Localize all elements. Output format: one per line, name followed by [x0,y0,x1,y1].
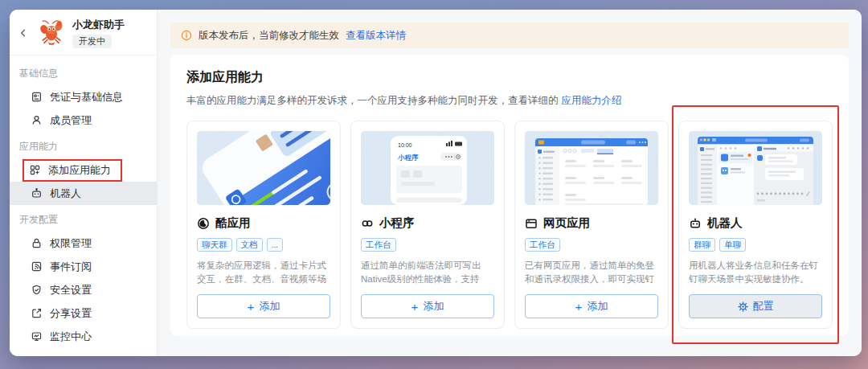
tag-more: ... [267,238,284,252]
card-description: 将复杂的应用逻辑，通过卡片式交互，在群、文档、音视频等场域浅透出给成员快... [197,259,330,286]
sidebar-section-label: 开发配置 [10,205,157,232]
card-description: 通过简单的前端语法即可写出Native级别的性能体验，支持iOS和Android… [361,259,494,286]
sidebar-item-label: 成员管理 [50,113,92,128]
sidebar-item-event-subscription[interactable]: 事件订阅 [10,255,157,278]
mini-program-illustration: 10:00 小程序 [361,131,494,205]
mock-page-title: 小程序 [397,154,419,162]
card-description: 已有网页应用，通过简单的免登和通讯录权限接入，即可实现钉钉工作台快捷使用。 [525,259,658,286]
plus-icon: + [575,301,583,313]
tag-row: 群聊 单聊 [689,238,822,252]
sidebar-section-label: 应用发布 [10,348,157,356]
mock-status-time: 10:00 [398,142,412,148]
sidebar-item-share-settings[interactable]: 分享设置 [10,301,157,325]
sidebar: 小龙虾助手 开发中 基础信息凭证与基础信息成员管理应用能力添加应用能力机器人开发… [10,10,158,356]
add-capability-icon [29,164,41,176]
sidebar-item-add-capability[interactable]: 添加应用能力 [10,158,157,182]
monitor-icon [31,330,43,342]
sidebar-item-credentials[interactable]: 凭证与基础信息 [10,85,157,109]
button-label: 添加 [259,299,280,314]
gear-icon [738,301,748,312]
app-meta: 小龙虾助手 开发中 [72,18,125,48]
tag-row: 工作台 [525,238,658,252]
mini-program-mockup: 10:00 小程序 [361,131,494,205]
app-name: 小龙虾助手 [72,18,125,32]
sidebar-nav: 基础信息凭证与基础信息成员管理应用能力添加应用能力机器人开发配置权限管理事件订阅… [10,55,157,356]
main-area: 版本发布后，当前修改才能生效 查看版本详情 添加应用能力 丰富的应用能力满足多样… [158,10,862,356]
version-notice-banner: 版本发布后，当前修改才能生效 查看版本详情 [170,23,849,48]
card-title: 机器人 [707,215,743,231]
sidebar-section-label: 基础信息 [10,59,157,85]
web-app-icon [525,217,538,230]
sidebar-item-label: 机器人 [50,187,81,201]
sidebar-item-label: 安全设置 [50,283,92,297]
card-description: 用机器人将业务信息和任务在钉钉聊天场景中实现敏捷协作。 [689,259,822,286]
sidebar-item-monitor-center[interactable]: 监控中心 [10,325,157,348]
sidebar-item-permissions[interactable]: 权限管理 [10,232,157,255]
lock-icon [31,237,43,249]
robot-icon [31,187,43,199]
app-status-badge: 开发中 [72,35,112,48]
mini-program-icon [361,217,374,230]
capability-card-mini-program: 10:00 小程序 [350,121,505,329]
sidebar-item-members[interactable]: 成员管理 [10,109,157,132]
sidebar-item-label: 分享设置 [50,306,92,321]
sidebar-section-label: 应用能力 [10,132,157,158]
tag-workbench: 工作台 [525,238,560,252]
banner-text: 版本发布后，当前修改才能生效 [199,29,339,43]
add-web-app-button[interactable]: + 添加 [525,294,658,318]
capability-intro-link[interactable]: 应用能力介绍 [562,95,622,106]
page-subtitle-text: 丰富的应用能力满足多样的开发诉求，一个应用支持多种能力同时开发，查看详细的 [186,95,559,106]
web-app-mockup [525,131,658,205]
sidebar-item-robot[interactable]: 机器人 [10,182,157,205]
button-label: 配置 [753,299,774,314]
cool-app-illustration [197,131,330,205]
plus-icon: + [248,301,255,313]
capability-card-cool-app: 酷应用 聊天群 文档 ... 将复杂的应用逻辑，通过卡片式交互，在群、文档、音视… [186,121,341,329]
info-icon [181,30,192,41]
sidebar-header: 小龙虾助手 开发中 [10,10,157,55]
back-chevron-icon[interactable] [16,26,31,40]
tag-group-chat: 群聊 [689,238,715,252]
sidebar-item-label: 监控中心 [50,330,92,344]
app-window: 小龙虾助手 开发中 基础信息凭证与基础信息成员管理应用能力添加应用能力机器人开发… [10,10,862,356]
capability-card-web-app: 网页应用 工作台 已有网页应用，通过简单的免登和通讯录权限接入，即可实现钉钉工作… [514,121,669,329]
cool-app-mockup [197,131,330,205]
web-app-illustration [525,131,658,205]
sidebar-item-label: 凭证与基础信息 [50,90,123,105]
tag-document: 文档 [236,238,263,252]
page-subtitle: 丰富的应用能力满足多样的开发诉求，一个应用支持多种能力同时开发，查看详细的应用能… [186,94,833,108]
robot-mockup [689,131,822,205]
cool-app-icon [197,217,210,230]
content-panel: 添加应用能力 丰富的应用能力满足多样的开发诉求，一个应用支持多种能力同时开发，查… [170,55,849,336]
robot-icon [689,217,702,230]
card-title: 酷应用 [215,215,251,231]
view-version-link[interactable]: 查看版本详情 [346,29,406,43]
page-title: 添加应用能力 [186,69,833,86]
tag-row: 聊天群 文档 ... [197,238,330,252]
add-mini-program-button[interactable]: + 添加 [361,294,494,318]
configure-robot-button[interactable]: 配置 [689,294,822,318]
tag-chat-group: 聊天群 [197,238,232,252]
sidebar-item-security-settings[interactable]: 安全设置 [10,278,157,301]
plus-icon: + [411,301,419,313]
tag-workbench: 工作台 [361,238,396,252]
card-title: 小程序 [379,215,415,231]
sidebar-item-label: 事件订阅 [50,260,92,274]
app-logo-crayfish [36,18,67,48]
robot-illustration [689,131,822,205]
members-icon [31,114,43,126]
add-cool-app-button[interactable]: + 添加 [197,294,330,318]
subscribe-icon [31,260,43,273]
sidebar-item-label: 添加应用能力 [48,163,111,178]
share-icon [31,307,43,319]
sidebar-item-label: 权限管理 [50,236,92,251]
capability-cards: 酷应用 聊天群 文档 ... 将复杂的应用逻辑，通过卡片式交互，在群、文档、音视… [186,121,833,329]
button-label: 添加 [423,299,444,314]
shield-icon [31,284,43,296]
tag-single-chat: 单聊 [719,238,746,252]
card-title: 网页应用 [543,215,590,231]
button-label: 添加 [587,299,608,314]
tag-row: 工作台 [361,238,494,252]
credential-icon [31,91,43,103]
capability-card-robot: 机器人 群聊 单聊 用机器人将业务信息和任务在钉钉聊天场景中实现敏捷协作。 配置 [678,121,833,329]
